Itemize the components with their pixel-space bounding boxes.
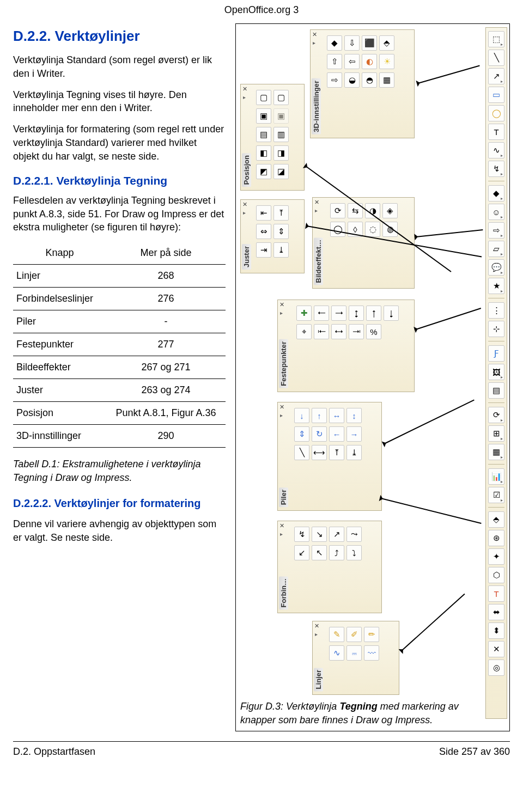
glue-vcenter-icon[interactable]: ⭥ [349, 306, 364, 321]
extra3-icon[interactable]: ⬡ [488, 567, 504, 583]
connector-arrow-icon[interactable]: ↘ [312, 527, 327, 542]
edit-points-icon[interactable]: ⋮ [488, 302, 504, 319]
dim-h-icon[interactable]: ↔ [329, 408, 344, 423]
arrow-left-icon[interactable]: ← [329, 426, 344, 442]
behind-obj-icon[interactable]: ◧ [256, 145, 271, 161]
extra7-icon[interactable]: ✕ [488, 641, 504, 657]
send-back-icon[interactable]: ▥ [273, 127, 289, 142]
front-obj-icon[interactable]: ◩ [256, 164, 271, 179]
back-obj-icon[interactable]: ◪ [273, 164, 289, 179]
symbol-shapes-icon[interactable]: ☺ [488, 204, 504, 220]
from-file-icon[interactable]: 🖼 [488, 364, 504, 380]
polygon-fill-icon[interactable]: ✐ [346, 627, 362, 642]
glue-percent-icon[interactable]: % [366, 324, 381, 339]
stars-icon[interactable]: ★ [488, 278, 504, 294]
curve-icon[interactable]: ∿ [329, 645, 344, 661]
fontwork-icon[interactable]: Ƒ [488, 345, 504, 362]
send-backward-icon[interactable]: ▤ [256, 127, 271, 142]
align-center-h-icon[interactable]: ⇔ [256, 224, 271, 239]
arrow-tool-icon[interactable]: ↗ [488, 68, 504, 84]
connector-4-icon[interactable]: ⤴ [329, 545, 344, 560]
glue-left-icon[interactable]: ⭠ [314, 306, 329, 321]
align-top-icon[interactable]: ⤒ [273, 205, 289, 221]
glue-hcenter-icon[interactable]: ⭤ [331, 324, 346, 339]
arrow-both-icon[interactable]: ⇕ [294, 426, 309, 442]
overlap2-icon[interactable]: ▣ [273, 108, 289, 124]
arrow-circle-icon[interactable]: ↻ [312, 426, 327, 442]
ellipse-tool-icon[interactable]: ◯ [488, 105, 504, 121]
connector-3-icon[interactable]: ↖ [312, 545, 327, 560]
glue-bottom-icon[interactable]: ⭣ [384, 306, 399, 321]
gluepoints-icon[interactable]: ⊹ [488, 321, 504, 337]
align-bottom-icon[interactable]: ⤓ [273, 242, 289, 258]
glue-top-icon[interactable]: ⭡ [366, 306, 381, 321]
transparency-icon[interactable]: ◌ [365, 222, 380, 237]
overlap-icon[interactable]: ▢ [273, 90, 289, 105]
glue-right-icon[interactable]: ⭢ [331, 306, 346, 321]
bring-forward-icon[interactable]: ▣ [256, 108, 271, 124]
surface-icon[interactable]: ◒ [344, 72, 360, 88]
rotate-icon[interactable]: ⟳ [330, 203, 345, 218]
depth-icon[interactable]: ◐ [362, 54, 377, 69]
wire-icon[interactable]: ▦ [379, 72, 394, 88]
extra6-icon[interactable]: ⬍ [488, 622, 504, 639]
arrow-down-icon[interactable]: ↓ [294, 408, 309, 423]
extra8-icon[interactable]: ◎ [488, 660, 504, 676]
glue-hleft-icon[interactable]: ⭰ [314, 324, 329, 339]
callouts-icon[interactable]: 💬 [488, 259, 504, 276]
line-plain-icon[interactable]: ╲ [294, 445, 309, 460]
arrow-right-icon[interactable]: → [346, 426, 362, 442]
color-3d-icon[interactable]: ◓ [362, 72, 377, 88]
direction-icon[interactable]: ⬘ [379, 35, 394, 51]
connector-5-icon[interactable]: ⤵ [346, 545, 362, 560]
block-arrows-icon[interactable]: ⇨ [488, 222, 504, 239]
connector-icon[interactable]: ↯ [294, 527, 309, 542]
freeform-fill-icon[interactable]: ✏ [364, 627, 379, 642]
insert-tool-icon[interactable]: 📊 [488, 468, 504, 485]
controls-icon[interactable]: ☑ [488, 487, 504, 503]
extra5-icon[interactable]: ⬌ [488, 604, 504, 620]
freeform-icon[interactable]: 〰 [364, 645, 379, 661]
align-tool-icon[interactable]: ⊞ [488, 425, 504, 442]
bring-front-icon[interactable]: ▢ [256, 90, 271, 105]
extra1-icon[interactable]: ⊛ [488, 530, 504, 546]
line-tool-icon[interactable]: ╲ [488, 50, 504, 66]
connector-curve-icon[interactable]: ⤳ [346, 527, 362, 542]
polygon-icon[interactable]: ⎓ [346, 645, 362, 661]
connector-tool-icon[interactable]: ↯ [488, 161, 504, 177]
select-icon[interactable]: ⬚ [488, 31, 504, 47]
curve-tool-icon[interactable]: ∿ [488, 142, 504, 158]
set-circle-icon[interactable]: ◯ [330, 222, 345, 237]
perspective-icon[interactable]: ◈ [382, 203, 398, 218]
align-right-icon[interactable]: ⇥ [256, 242, 271, 258]
curve-fill-icon[interactable]: ✎ [329, 627, 344, 642]
line-dim-icon[interactable]: ⟷ [312, 445, 327, 460]
rotate-tool-icon[interactable]: ⟳ [488, 407, 504, 423]
glue-rel-icon[interactable]: ⌖ [296, 324, 312, 339]
tilt-right-icon[interactable]: ⇨ [327, 72, 342, 88]
extra4-icon[interactable]: T [488, 585, 504, 602]
connector-2-icon[interactable]: ↙ [294, 545, 309, 560]
reverse-icon[interactable]: ◨ [273, 145, 289, 161]
tilt-up-icon[interactable]: ⇧ [327, 54, 342, 69]
extrusion-toggle-icon[interactable]: ⬘ [488, 511, 504, 528]
extrude-icon[interactable]: ◆ [327, 35, 342, 51]
rectangle-tool-icon[interactable]: ▭ [488, 87, 504, 103]
dim-v-icon[interactable]: ↕ [346, 408, 362, 423]
light-icon[interactable]: ☀ [379, 54, 394, 69]
tilt-down-icon[interactable]: ⇩ [344, 35, 360, 51]
line-end-icon[interactable]: ⤓ [346, 445, 362, 460]
glue-hright-icon[interactable]: ⭲ [349, 324, 364, 339]
tilt-left-icon[interactable]: ⇦ [344, 54, 360, 69]
flowcharts-icon[interactable]: ▱ [488, 241, 504, 257]
gallery-icon[interactable]: ▤ [488, 382, 504, 399]
align-left-icon[interactable]: ⇤ [256, 205, 271, 221]
extra2-icon[interactable]: ✦ [488, 548, 504, 565]
connector-line-icon[interactable]: ↗ [329, 527, 344, 542]
insert-gluepoint-icon[interactable]: ✚ [296, 306, 312, 321]
basic-shapes-icon[interactable]: ◆ [488, 185, 504, 202]
arrange-tool-icon[interactable]: ▦ [488, 444, 504, 460]
line-start-icon[interactable]: ⤒ [329, 445, 344, 460]
text-tool-icon[interactable]: T [488, 124, 504, 140]
cube-icon[interactable]: ⬛ [362, 35, 377, 51]
